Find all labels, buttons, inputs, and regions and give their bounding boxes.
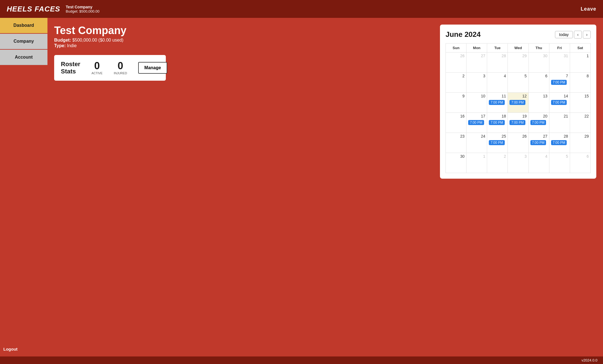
event-badge[interactable]: 7:00 PM bbox=[551, 140, 567, 145]
day-number: 13 bbox=[530, 94, 547, 98]
calendar-day-cell[interactable]: 2 bbox=[446, 73, 466, 93]
today-button[interactable]: today bbox=[555, 31, 573, 38]
calendar-day-cell[interactable]: 3 bbox=[508, 153, 528, 173]
calendar-day-cell[interactable]: 21 bbox=[549, 113, 570, 133]
company-title: Test Company bbox=[54, 25, 433, 37]
sidebar-item-dashboard[interactable]: Dasboard bbox=[0, 18, 47, 33]
event-badge[interactable]: 7:00 PM bbox=[489, 120, 505, 125]
calendar-day-cell[interactable]: 77:00 PM bbox=[549, 73, 570, 93]
event-badge[interactable]: 7:00 PM bbox=[530, 120, 546, 125]
day-number: 8 bbox=[572, 74, 589, 78]
calendar-day-cell[interactable]: 30 bbox=[529, 52, 549, 73]
app-header: HEELS FACES Test Company Budget: $500,00… bbox=[0, 0, 603, 18]
calendar-day-cell[interactable]: 117:00 PM bbox=[487, 93, 508, 113]
day-number: 31 bbox=[551, 54, 568, 58]
event-badge[interactable]: 7:00 PM bbox=[468, 120, 484, 125]
calendar-day-cell[interactable]: 28 bbox=[487, 52, 508, 73]
calendar-day-cell[interactable]: 257:00 PM bbox=[487, 133, 508, 153]
day-number: 28 bbox=[489, 54, 506, 58]
day-number: 24 bbox=[468, 134, 485, 138]
calendar-day-cell[interactable]: 31 bbox=[549, 52, 570, 73]
day-number: 1 bbox=[572, 54, 589, 58]
day-number: 18 bbox=[489, 114, 506, 118]
calendar-day-cell[interactable]: 13 bbox=[529, 93, 549, 113]
calendar-day-cell[interactable]: 4 bbox=[529, 153, 549, 173]
day-number: 5 bbox=[509, 74, 527, 78]
calendar-day-cell[interactable]: 3 bbox=[466, 73, 487, 93]
calendar-day-cell[interactable]: 10 bbox=[466, 93, 487, 113]
day-number: 26 bbox=[509, 134, 527, 138]
calendar-day-cell[interactable]: 26 bbox=[508, 133, 528, 153]
main-content: Test Company Budget: $500,000.00 ($0.00 … bbox=[47, 18, 603, 356]
calendar-day-cell[interactable]: 6 bbox=[570, 153, 591, 173]
event-badge[interactable]: 7:00 PM bbox=[509, 100, 525, 105]
day-number: 23 bbox=[448, 134, 465, 138]
roster-active-stat: 0 ACTIVE bbox=[92, 61, 103, 75]
calendar-dow-sun: Sun bbox=[446, 44, 466, 52]
calendar-day-cell[interactable]: 24 bbox=[466, 133, 487, 153]
day-number: 22 bbox=[572, 114, 589, 118]
calendar-day-cell[interactable]: 23 bbox=[446, 133, 466, 153]
event-badge[interactable]: 7:00 PM bbox=[509, 120, 525, 125]
calendar-day-cell[interactable]: 6 bbox=[529, 73, 549, 93]
calendar-day-cell[interactable]: 287:00 PM bbox=[549, 133, 570, 153]
calendar-day-cell[interactable]: 1 bbox=[570, 52, 591, 73]
event-badge[interactable]: 7:00 PM bbox=[551, 100, 567, 105]
company-budget: Budget: $500,000.00 ($0.00 used) bbox=[54, 38, 433, 43]
calendar-day-cell[interactable]: 207:00 PM bbox=[529, 113, 549, 133]
header-left: HEELS FACES Test Company Budget: $500,00… bbox=[7, 5, 99, 13]
calendar-day-cell[interactable]: 9 bbox=[446, 93, 466, 113]
day-number: 19 bbox=[509, 114, 527, 118]
prev-month-button[interactable]: ‹ bbox=[574, 31, 582, 39]
calendar-day-cell[interactable]: 15 bbox=[570, 93, 591, 113]
calendar-day-cell[interactable]: 30 bbox=[446, 153, 466, 173]
day-number: 9 bbox=[448, 94, 465, 98]
roster-card: Roster Stats 0 ACTIVE 0 INJURED Manage bbox=[54, 55, 166, 81]
manage-button[interactable]: Manage bbox=[138, 62, 167, 74]
day-number: 3 bbox=[509, 154, 527, 159]
sidebar-item-company[interactable]: Company bbox=[0, 34, 47, 49]
next-month-button[interactable]: › bbox=[583, 31, 591, 39]
calendar-dow-wed: Wed bbox=[508, 44, 528, 52]
calendar-day-cell[interactable]: 2 bbox=[487, 153, 508, 173]
calendar-day-cell[interactable]: 29 bbox=[570, 133, 591, 153]
logout-button[interactable]: Logout bbox=[0, 342, 47, 356]
calendar-day-cell[interactable]: 5 bbox=[549, 153, 570, 173]
type-label-prefix: Type: bbox=[54, 43, 66, 48]
calendar-day-cell[interactable]: 127:00 PM bbox=[508, 93, 528, 113]
day-number: 30 bbox=[530, 54, 547, 58]
calendar-day-cell[interactable]: 16 bbox=[446, 113, 466, 133]
leave-button[interactable]: Leave bbox=[581, 6, 596, 12]
event-badge[interactable]: 7:00 PM bbox=[489, 100, 505, 105]
calendar-day-cell[interactable]: 187:00 PM bbox=[487, 113, 508, 133]
event-badge[interactable]: 7:00 PM bbox=[530, 140, 546, 145]
calendar-dow-fri: Fri bbox=[549, 44, 570, 52]
day-number: 2 bbox=[448, 74, 465, 78]
content-and-calendar: Test Company Budget: $500,000.00 ($0.00 … bbox=[54, 25, 596, 350]
calendar-dow-mon: Mon bbox=[466, 44, 487, 52]
day-number: 29 bbox=[572, 134, 589, 138]
calendar-grid: SunMonTueWedThuFriSat2627282930311234567… bbox=[446, 43, 591, 173]
sidebar-item-account[interactable]: Account bbox=[0, 50, 47, 65]
calendar-day-cell[interactable]: 177:00 PM bbox=[466, 113, 487, 133]
roster-active-count: 0 bbox=[92, 61, 103, 71]
calendar-day-cell[interactable]: 26 bbox=[446, 52, 466, 73]
day-number: 4 bbox=[489, 74, 506, 78]
calendar-day-cell[interactable]: 277:00 PM bbox=[529, 133, 549, 153]
calendar-day-cell[interactable]: 4 bbox=[487, 73, 508, 93]
roster-injured-count: 0 bbox=[114, 61, 127, 71]
event-badge[interactable]: 7:00 PM bbox=[551, 80, 567, 85]
day-number: 14 bbox=[551, 94, 568, 98]
calendar-day-cell[interactable]: 29 bbox=[508, 52, 528, 73]
calendar-day-cell[interactable]: 147:00 PM bbox=[549, 93, 570, 113]
calendar-day-cell[interactable]: 27 bbox=[466, 52, 487, 73]
calendar-day-cell[interactable]: 22 bbox=[570, 113, 591, 133]
calendar-panel: June 2024 today ‹ › SunMonTueWedThuFriSa… bbox=[440, 25, 596, 179]
day-number: 4 bbox=[530, 154, 547, 159]
event-badge[interactable]: 7:00 PM bbox=[489, 140, 505, 145]
calendar-day-cell[interactable]: 8 bbox=[570, 73, 591, 93]
calendar-day-cell[interactable]: 5 bbox=[508, 73, 528, 93]
app-logo: HEELS FACES bbox=[7, 5, 60, 13]
calendar-day-cell[interactable]: 197:00 PM bbox=[508, 113, 528, 133]
calendar-day-cell[interactable]: 1 bbox=[466, 153, 487, 173]
